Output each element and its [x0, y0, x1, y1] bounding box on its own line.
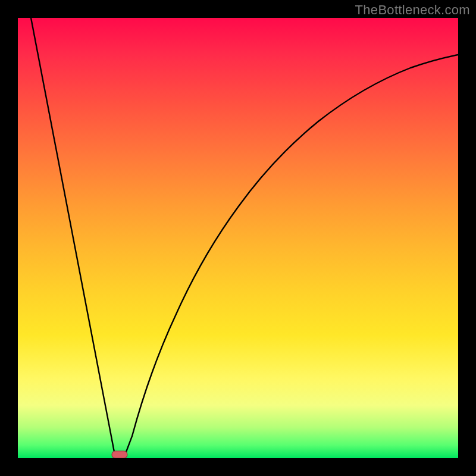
curve-overlay — [18, 18, 458, 458]
watermark-text: TheBottleneck.com — [355, 2, 470, 18]
plot-area — [18, 18, 458, 458]
curve-left-branch — [31, 18, 115, 458]
curve-right-branch — [124, 55, 458, 458]
chart-frame: TheBottleneck.com — [0, 0, 476, 476]
vertex-marker — [112, 451, 127, 458]
